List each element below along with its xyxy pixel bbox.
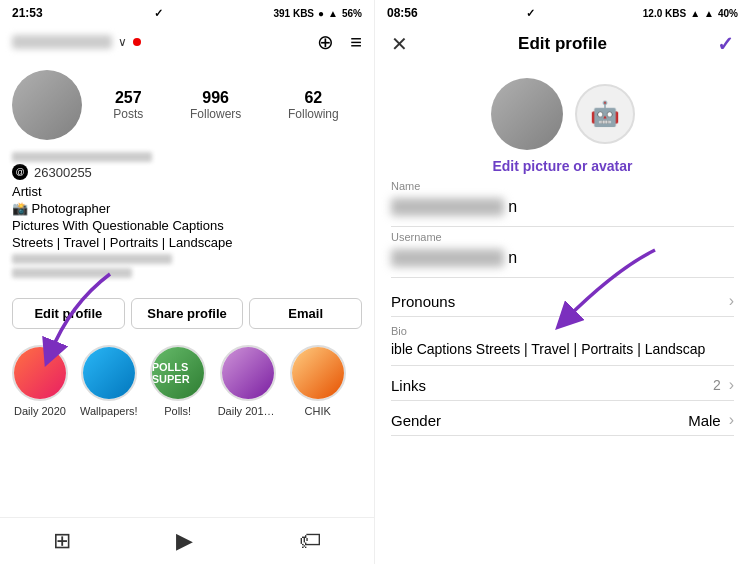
stat-following: 62 Following (288, 89, 339, 121)
field-row-links[interactable]: Links 2 › (391, 366, 734, 401)
grid-icon[interactable]: ⊞ (53, 528, 71, 554)
status-bar-right: 08:56 ✓ 12.0 KBS ▲ ▲ 40% (375, 0, 750, 26)
system-icons-right: 12.0 KBS ▲ ▲ 40% (643, 8, 738, 19)
avatar-edit-section: 🤖 Edit picture or avatar (375, 66, 750, 180)
username-value-row: ██████████ n (391, 245, 734, 271)
threads-icon: @ (12, 164, 28, 180)
highlight-circle-4 (220, 345, 276, 401)
stat-followers: 996 Followers (190, 89, 241, 121)
username-area: ∨ (12, 35, 141, 49)
links-right: 2 › (713, 376, 734, 394)
highlight-label-1: Daily 2020 (14, 405, 66, 417)
highlight-label-3: Polls! (164, 405, 191, 417)
field-row-gender[interactable]: Gender Male › (391, 401, 734, 436)
highlight-daily2019[interactable]: Daily 2019! [S2] (218, 345, 278, 417)
add-post-icon[interactable]: ⊕ (317, 30, 334, 54)
highlight-circle-3: POLLS SUPER (150, 345, 206, 401)
avatar-edit-wrapper: 🤖 (491, 78, 635, 150)
followers-label: Followers (190, 107, 241, 121)
name-value-row: ██████████ n (391, 194, 734, 220)
bio-line-photographer: 📸 Photographer (12, 201, 362, 216)
chevron-down-icon[interactable]: ∨ (118, 35, 127, 49)
pronouns-label: Pronouns (391, 293, 455, 310)
profile-id-row: @ 26300255 (12, 164, 362, 180)
followers-count: 996 (202, 89, 229, 107)
check-status-left: ✓ (154, 7, 163, 20)
links-count: 2 (713, 377, 721, 393)
edit-profile-title: Edit profile (518, 34, 607, 54)
bio-line-artist: Artist (12, 184, 362, 199)
status-bar-left: 21:53 ✓ 391 KBS ● ▲ 56% (0, 0, 374, 26)
email-button[interactable]: Email (249, 298, 362, 329)
highlight-chik[interactable]: CHIK (290, 345, 346, 417)
highlight-daily2020[interactable]: Daily 2020 (12, 345, 68, 417)
highlight-image-4 (222, 347, 274, 399)
links-label: Links (391, 377, 426, 394)
reels-icon[interactable]: ▶ (176, 528, 193, 554)
bio-line-interests: Streets | Travel | Portraits | Landscape (12, 235, 362, 250)
sticker-emoji: 🤖 (590, 100, 620, 128)
notification-dot (133, 38, 141, 46)
signal-icon-right: ▲ (704, 8, 714, 19)
highlight-image-5 (292, 347, 344, 399)
posts-label: Posts (113, 107, 143, 121)
wifi-icon: ▲ (328, 8, 338, 19)
following-label: Following (288, 107, 339, 121)
close-icon[interactable]: ✕ (391, 32, 408, 56)
network-info-right: 12.0 KBS (643, 8, 686, 19)
highlight-label-5: CHIK (305, 405, 331, 417)
left-panel: 21:53 ✓ 391 KBS ● ▲ 56% ∨ ⊕ ≡ 257 Posts (0, 0, 375, 564)
system-icons-left: 391 KBS ● ▲ 56% (273, 8, 362, 19)
highlight-polls[interactable]: POLLS SUPER Polls! (150, 345, 206, 417)
avatar-image (12, 70, 82, 140)
highlights-row: Daily 2020 Wallpapers! POLLS SUPER Polls… (0, 337, 374, 425)
highlight-wallpapers[interactable]: Wallpapers! (80, 345, 138, 417)
edit-profile-button[interactable]: Edit profile (12, 298, 125, 329)
following-count: 62 (304, 89, 322, 107)
highlight-label-4: Daily 2019! [S2] (218, 405, 278, 417)
field-group-username: Username ██████████ n (391, 231, 734, 278)
time-left: 21:53 (12, 6, 43, 20)
stat-posts: 257 Posts (113, 89, 143, 121)
bottom-nav-left: ⊞ ▶ 🏷 (0, 517, 374, 564)
menu-icon[interactable]: ≡ (350, 31, 362, 54)
edit-nav: ✕ Edit profile ✓ (375, 26, 750, 66)
bio-field-label: Bio (391, 325, 734, 337)
time-right: 08:56 (387, 6, 418, 20)
edit-picture-link[interactable]: Edit picture or avatar (492, 158, 632, 174)
highlight-image-1 (14, 347, 66, 399)
chevron-right-pronouns: › (729, 292, 734, 310)
profile-link2-blurred (12, 268, 132, 278)
profile-id-number: 26300255 (34, 165, 92, 180)
highlight-image-2 (83, 347, 135, 399)
battery-icon-right: 40% (718, 8, 738, 19)
username-suffix: n (508, 249, 517, 267)
highlight-circle-5 (290, 345, 346, 401)
chevron-right-links: › (729, 376, 734, 394)
battery-icon: 56% (342, 8, 362, 19)
chevron-right-gender: › (729, 411, 734, 429)
field-row-pronouns[interactable]: Pronouns › (391, 282, 734, 317)
gender-right: Male › (688, 411, 734, 429)
action-buttons: Edit profile Share profile Email (0, 290, 374, 337)
wifi-icon-right: ▲ (690, 8, 700, 19)
avatar (12, 70, 82, 140)
avatar-sticker-circle[interactable]: 🤖 (575, 84, 635, 144)
bio-field-value[interactable]: ible Captions Streets | Travel | Portrai… (391, 341, 734, 357)
tagged-icon[interactable]: 🏷 (299, 528, 321, 554)
profile-link-blurred (12, 254, 172, 264)
form-fields: Name ██████████ n Username ██████████ n … (375, 180, 750, 564)
signal-icon: ● (318, 8, 324, 19)
highlight-image-3: POLLS SUPER (152, 347, 204, 399)
top-nav-left: ∨ ⊕ ≡ (0, 26, 374, 62)
top-nav-icons: ⊕ ≡ (317, 30, 362, 54)
username-field-label: Username (391, 231, 734, 243)
share-profile-button[interactable]: Share profile (131, 298, 244, 329)
avatar-edit-circle[interactable] (491, 78, 563, 150)
gender-value: Male (688, 412, 721, 429)
confirm-icon[interactable]: ✓ (717, 32, 734, 56)
username-blurred (12, 35, 112, 49)
highlight-label-2: Wallpapers! (80, 405, 138, 417)
bio-field: Bio ible Captions Streets | Travel | Por… (391, 317, 734, 366)
name-suffix: n (508, 198, 517, 216)
